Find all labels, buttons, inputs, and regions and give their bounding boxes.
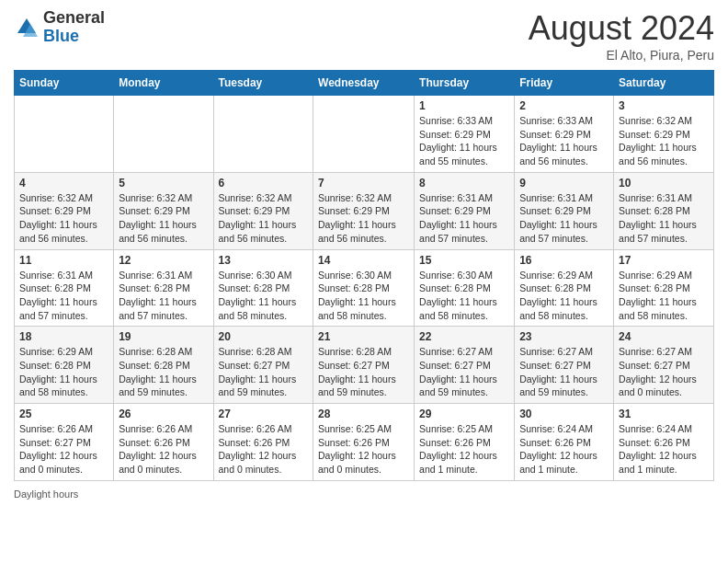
day-header-tuesday: Tuesday xyxy=(213,71,313,96)
day-info: Sunrise: 6:31 AMSunset: 6:28 PMDaylight:… xyxy=(119,269,208,323)
day-number: 16 xyxy=(519,254,609,267)
day-number: 23 xyxy=(519,330,609,343)
day-number: 25 xyxy=(19,408,108,420)
calendar-week-row: 1Sunrise: 6:33 AMSunset: 6:29 PMDaylight… xyxy=(15,96,714,173)
day-info: Sunrise: 6:33 AMSunset: 6:29 PMDaylight:… xyxy=(519,114,609,168)
calendar-cell: 22Sunrise: 6:27 AMSunset: 6:27 PMDayligh… xyxy=(415,327,515,404)
calendar-cell: 6Sunrise: 6:32 AMSunset: 6:29 PMDaylight… xyxy=(213,172,313,249)
logo-general: General xyxy=(43,9,105,28)
day-info: Sunrise: 6:32 AMSunset: 6:29 PMDaylight:… xyxy=(318,191,409,246)
day-number: 19 xyxy=(119,330,208,343)
day-info: Sunrise: 6:30 AMSunset: 6:28 PMDaylight:… xyxy=(219,269,309,323)
day-info: Sunrise: 6:32 AMSunset: 6:29 PMDaylight:… xyxy=(619,114,709,168)
logo-text: General Blue xyxy=(43,9,105,46)
day-number: 26 xyxy=(119,408,208,420)
calendar-cell: 5Sunrise: 6:32 AMSunset: 6:29 PMDaylight… xyxy=(114,172,213,249)
day-number: 31 xyxy=(619,408,709,420)
calendar-cell: 19Sunrise: 6:28 AMSunset: 6:28 PMDayligh… xyxy=(114,327,213,404)
day-info: Sunrise: 6:26 AMSunset: 6:27 PMDaylight:… xyxy=(19,422,108,477)
day-number: 14 xyxy=(318,254,409,267)
day-info: Sunrise: 6:31 AMSunset: 6:28 PMDaylight:… xyxy=(619,191,709,246)
calendar-cell: 17Sunrise: 6:29 AMSunset: 6:28 PMDayligh… xyxy=(614,249,714,327)
day-number: 20 xyxy=(219,330,309,343)
day-number: 5 xyxy=(119,177,208,190)
day-info: Sunrise: 6:25 AMSunset: 6:26 PMDaylight:… xyxy=(318,422,409,477)
calendar-header-row: SundayMondayTuesdayWednesdayThursdayFrid… xyxy=(15,71,714,96)
calendar-cell: 21Sunrise: 6:28 AMSunset: 6:27 PMDayligh… xyxy=(313,327,415,404)
day-info: Sunrise: 6:26 AMSunset: 6:26 PMDaylight:… xyxy=(119,422,208,477)
day-number: 29 xyxy=(419,408,509,420)
day-header-thursday: Thursday xyxy=(415,71,515,96)
calendar-cell xyxy=(313,96,415,173)
calendar-cell xyxy=(213,96,313,173)
calendar-cell: 18Sunrise: 6:29 AMSunset: 6:28 PMDayligh… xyxy=(15,327,114,404)
day-info: Sunrise: 6:31 AMSunset: 6:28 PMDaylight:… xyxy=(19,269,108,323)
day-info: Sunrise: 6:28 AMSunset: 6:27 PMDaylight:… xyxy=(219,345,309,399)
day-number: 28 xyxy=(318,408,409,420)
day-info: Sunrise: 6:29 AMSunset: 6:28 PMDaylight:… xyxy=(619,269,709,323)
calendar-cell: 13Sunrise: 6:30 AMSunset: 6:28 PMDayligh… xyxy=(213,249,313,327)
day-number: 11 xyxy=(19,254,108,267)
day-info: Sunrise: 6:32 AMSunset: 6:29 PMDaylight:… xyxy=(119,191,208,246)
day-info: Sunrise: 6:29 AMSunset: 6:28 PMDaylight:… xyxy=(519,269,609,323)
day-number: 22 xyxy=(419,330,509,343)
day-number: 27 xyxy=(219,408,309,420)
calendar-cell xyxy=(15,96,114,173)
calendar-week-row: 11Sunrise: 6:31 AMSunset: 6:28 PMDayligh… xyxy=(15,249,714,327)
day-number: 17 xyxy=(619,254,709,267)
day-number: 15 xyxy=(419,254,509,267)
day-info: Sunrise: 6:30 AMSunset: 6:28 PMDaylight:… xyxy=(419,269,509,323)
day-number: 3 xyxy=(619,99,709,112)
calendar-cell: 26Sunrise: 6:26 AMSunset: 6:26 PMDayligh… xyxy=(114,404,213,481)
calendar-cell: 24Sunrise: 6:27 AMSunset: 6:27 PMDayligh… xyxy=(614,327,714,404)
day-number: 12 xyxy=(119,254,208,267)
day-info: Sunrise: 6:25 AMSunset: 6:26 PMDaylight:… xyxy=(419,422,509,477)
calendar-cell: 15Sunrise: 6:30 AMSunset: 6:28 PMDayligh… xyxy=(415,249,515,327)
day-number: 24 xyxy=(619,330,709,343)
calendar-week-row: 25Sunrise: 6:26 AMSunset: 6:27 PMDayligh… xyxy=(15,404,714,481)
calendar-table: SundayMondayTuesdayWednesdayThursdayFrid… xyxy=(14,70,714,481)
day-info: Sunrise: 6:26 AMSunset: 6:26 PMDaylight:… xyxy=(219,422,309,477)
day-number: 21 xyxy=(318,330,409,343)
day-info: Sunrise: 6:32 AMSunset: 6:29 PMDaylight:… xyxy=(219,191,309,246)
day-info: Sunrise: 6:24 AMSunset: 6:26 PMDaylight:… xyxy=(519,422,609,477)
logo-icon xyxy=(14,15,40,40)
day-info: Sunrise: 6:24 AMSunset: 6:26 PMDaylight:… xyxy=(619,422,709,477)
logo-blue: Blue xyxy=(43,28,105,46)
day-info: Sunrise: 6:31 AMSunset: 6:29 PMDaylight:… xyxy=(419,191,509,246)
day-number: 4 xyxy=(19,177,108,190)
day-number: 6 xyxy=(219,177,309,190)
calendar-week-row: 18Sunrise: 6:29 AMSunset: 6:28 PMDayligh… xyxy=(15,327,714,404)
calendar-week-row: 4Sunrise: 6:32 AMSunset: 6:29 PMDaylight… xyxy=(15,172,714,249)
location-subtitle: El Alto, Piura, Peru xyxy=(529,48,714,63)
day-info: Sunrise: 6:28 AMSunset: 6:27 PMDaylight:… xyxy=(318,345,409,399)
calendar-cell: 14Sunrise: 6:30 AMSunset: 6:28 PMDayligh… xyxy=(313,249,415,327)
day-info: Sunrise: 6:31 AMSunset: 6:29 PMDaylight:… xyxy=(519,191,609,246)
day-number: 9 xyxy=(519,177,609,190)
day-header-wednesday: Wednesday xyxy=(313,71,415,96)
calendar-cell: 28Sunrise: 6:25 AMSunset: 6:26 PMDayligh… xyxy=(313,404,415,481)
day-header-saturday: Saturday xyxy=(614,71,714,96)
calendar-cell: 27Sunrise: 6:26 AMSunset: 6:26 PMDayligh… xyxy=(213,404,313,481)
calendar-cell: 20Sunrise: 6:28 AMSunset: 6:27 PMDayligh… xyxy=(213,327,313,404)
page-header: General Blue August 2024 El Alto, Piura,… xyxy=(14,9,714,63)
calendar-cell: 11Sunrise: 6:31 AMSunset: 6:28 PMDayligh… xyxy=(15,249,114,327)
month-title: August 2024 xyxy=(529,9,714,48)
calendar-cell: 8Sunrise: 6:31 AMSunset: 6:29 PMDaylight… xyxy=(415,172,515,249)
day-info: Sunrise: 6:27 AMSunset: 6:27 PMDaylight:… xyxy=(519,345,609,399)
day-number: 8 xyxy=(419,177,509,190)
day-info: Sunrise: 6:30 AMSunset: 6:28 PMDaylight:… xyxy=(318,269,409,323)
day-number: 7 xyxy=(318,177,409,190)
day-info: Sunrise: 6:29 AMSunset: 6:28 PMDaylight:… xyxy=(19,345,108,399)
logo: General Blue xyxy=(14,9,105,46)
calendar-cell: 10Sunrise: 6:31 AMSunset: 6:28 PMDayligh… xyxy=(614,172,714,249)
day-header-friday: Friday xyxy=(515,71,614,96)
calendar-cell xyxy=(114,96,213,173)
day-number: 2 xyxy=(519,99,609,112)
day-header-sunday: Sunday xyxy=(15,71,114,96)
calendar-cell: 23Sunrise: 6:27 AMSunset: 6:27 PMDayligh… xyxy=(515,327,614,404)
title-block: August 2024 El Alto, Piura, Peru xyxy=(529,9,714,63)
calendar-cell: 7Sunrise: 6:32 AMSunset: 6:29 PMDaylight… xyxy=(313,172,415,249)
day-info: Sunrise: 6:32 AMSunset: 6:29 PMDaylight:… xyxy=(19,191,108,246)
day-number: 18 xyxy=(19,330,108,343)
